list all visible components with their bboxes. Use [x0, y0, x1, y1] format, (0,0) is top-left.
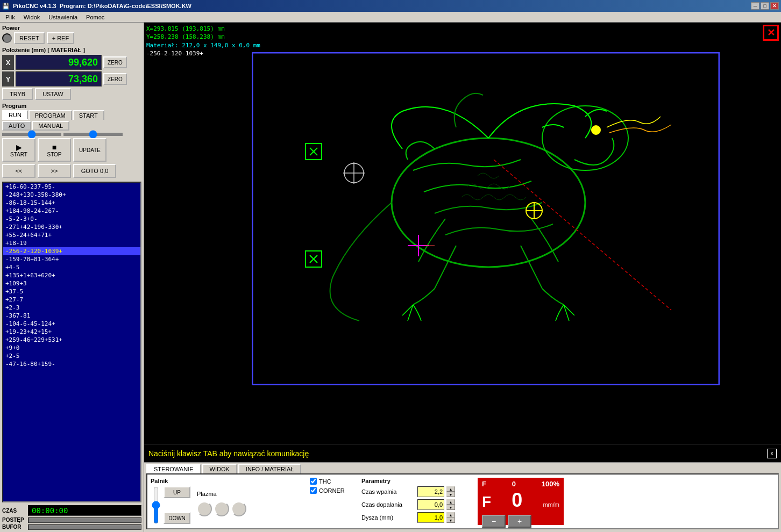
update-button[interactable]: UPDATE [73, 138, 106, 162]
tab-run[interactable]: RUN [2, 110, 28, 120]
menu-plik[interactable]: Plik [1, 13, 19, 21]
code-list-item[interactable]: -104-6-45-124+ [3, 320, 140, 328]
position-section: Położenie (mm) [ MATERIAŁ ] X 99,620 ZER… [2, 47, 141, 100]
svg-point-1 [392, 138, 585, 267]
sub-auto[interactable]: AUTO [2, 121, 31, 131]
code-list-item[interactable]: +109+3 [3, 279, 140, 287]
down-button[interactable]: DOWN [164, 512, 190, 524]
minimize-button[interactable]: ─ [751, 2, 759, 10]
stop-label: STOP [47, 152, 61, 157]
code-list-item[interactable]: +184-98-24-267- [3, 207, 140, 215]
y-zero-button[interactable]: ZERO [103, 73, 127, 85]
code-list-item[interactable]: -159-78+81-364+ [3, 255, 140, 263]
close-button[interactable]: ✕ [770, 2, 779, 10]
thc-checkbox-label[interactable]: THC [310, 478, 353, 485]
menu-widok[interactable]: Widok [19, 13, 45, 21]
tryb-button[interactable]: TRYB [2, 88, 33, 100]
sub-manual[interactable]: MANUAL [32, 121, 69, 131]
start-label: START [10, 152, 27, 157]
menu-pomoc[interactable]: Pomoc [82, 13, 109, 21]
f-plus-button[interactable]: + [508, 515, 531, 528]
corner-checkbox-label[interactable]: CORNER [310, 487, 353, 494]
dysza-up[interactable]: ▲ [446, 512, 455, 517]
czas-dopalania-down[interactable]: ▼ [446, 505, 455, 510]
czas-dopalania-input[interactable] [417, 499, 444, 510]
code-list-item[interactable]: +259-46+229+531+ [3, 336, 140, 344]
tab-start[interactable]: START [73, 110, 104, 120]
sub-tabs: AUTO MANUAL [2, 121, 141, 131]
tryb-row: TRYB USTAW [2, 88, 141, 100]
reset-button[interactable]: RESET [14, 32, 45, 44]
code-list-item[interactable]: -256-2-120-1039+ [3, 247, 140, 255]
corner-checkbox[interactable] [310, 487, 317, 494]
circle-btn-3[interactable] [231, 501, 246, 516]
stop-button[interactable]: ■ STOP [38, 138, 71, 162]
app-title: PikoCNC v4.1.3 [13, 3, 56, 9]
code-list-item[interactable]: +19-23+42+15+ [3, 328, 140, 336]
y-label: Y [2, 71, 14, 87]
ustaw-button[interactable]: USTAW [35, 88, 71, 100]
f-unit: mm/m [543, 501, 559, 508]
tab-info-material[interactable]: INFO / MATERIAŁ [238, 464, 302, 473]
czas-wpalnia-input[interactable] [417, 486, 444, 497]
circles-row [197, 501, 246, 516]
postep-label: POSTĘP [2, 517, 26, 523]
speed-slider-1[interactable] [2, 133, 61, 136]
code-list-item[interactable]: -271+42-190-330+ [3, 223, 140, 231]
menu-ustawienia[interactable]: Ustawienia [44, 13, 82, 21]
speed-slider-2[interactable] [63, 133, 123, 136]
czas-wpalnia-row: Czas wpalnia ▲ ▼ [361, 486, 469, 497]
czas-dopalania-row: Czas dopalania ▲ ▼ [361, 499, 469, 510]
code-list-item[interactable]: +55-24+64+71+ [3, 231, 140, 239]
code-list-item[interactable]: +9+0 [3, 344, 140, 352]
czas-wpalnia-down[interactable]: ▼ [446, 492, 455, 497]
message-close-button[interactable]: x [767, 449, 777, 458]
code-list-item[interactable]: +2-3 [3, 304, 140, 312]
parametry-label: Parametry [361, 478, 469, 484]
dysza-row: Dysza (mm) ▲ ▼ [361, 512, 469, 523]
menu-bar: Plik Widok Ustawienia Pomoc [0, 12, 781, 23]
code-list-item[interactable]: +16-60-237-95- [3, 183, 140, 191]
code-list-item[interactable]: +18-19 [3, 239, 140, 247]
palnik-slider[interactable] [151, 486, 161, 524]
code-list-item[interactable]: +37-5 [3, 287, 140, 296]
ref-button[interactable]: + REF [47, 32, 74, 44]
circle-btn-1[interactable] [197, 501, 212, 516]
code-list-item[interactable]: +27-7 [3, 296, 140, 304]
tab-program[interactable]: PROGRAM [29, 110, 72, 120]
czas-dopalania-up[interactable]: ▲ [446, 499, 455, 505]
code-list-item[interactable]: -86-18-15-144+ [3, 199, 140, 207]
power-indicator [2, 33, 12, 43]
f-big-value: 0 [512, 489, 522, 512]
dysza-input[interactable] [417, 512, 444, 523]
goto-button[interactable]: GOTO 0,0 [73, 164, 116, 178]
parametry-section: Parametry Czas wpalnia ▲ ▼ Czas dopalani… [361, 478, 469, 525]
control-btns: ▶ START ■ STOP UPDATE [2, 138, 141, 162]
up-button[interactable]: UP [164, 486, 190, 498]
code-list-item[interactable]: -5-2-3+0- [3, 215, 140, 223]
code-list-item[interactable]: +2-5 [3, 352, 140, 360]
circle-btn-2[interactable] [214, 501, 229, 516]
tab-sterowanie[interactable]: STEROWANIE [146, 464, 201, 473]
x-zero-button[interactable]: ZERO [103, 56, 127, 68]
code-list[interactable]: +16-60-237-95--248+130-358-380+-86-18-15… [2, 182, 141, 502]
dysza-down[interactable]: ▼ [446, 517, 455, 523]
code-list-item[interactable]: -248+130-358-380+ [3, 191, 140, 199]
program-tabs: RUN PROGRAM START [2, 110, 141, 120]
start-button[interactable]: ▶ START [2, 138, 36, 162]
maximize-button[interactable]: □ [761, 2, 769, 10]
f-letter-big: F [482, 494, 491, 509]
czas-wpalnia-up[interactable]: ▲ [446, 486, 455, 492]
code-list-item[interactable]: -367-81 [3, 312, 140, 320]
tab-widok[interactable]: WIDOK [202, 464, 237, 473]
code-list-item[interactable]: -47-16-80+159- [3, 360, 140, 368]
next-button[interactable]: >> [38, 164, 71, 178]
canvas-close-button[interactable]: ✕ [763, 25, 779, 41]
code-list-item[interactable]: +4-5 [3, 263, 140, 271]
f-minus-button[interactable]: − [482, 515, 506, 528]
code-list-item[interactable]: +135+1+63+620+ [3, 271, 140, 279]
title-bar-left: 💾 PikoCNC v4.1.3 Program: D:\PikoDATA\G-… [2, 3, 191, 10]
thc-checkbox[interactable] [310, 478, 317, 485]
f-percent: 100% [542, 480, 559, 488]
prev-button[interactable]: << [2, 164, 36, 178]
